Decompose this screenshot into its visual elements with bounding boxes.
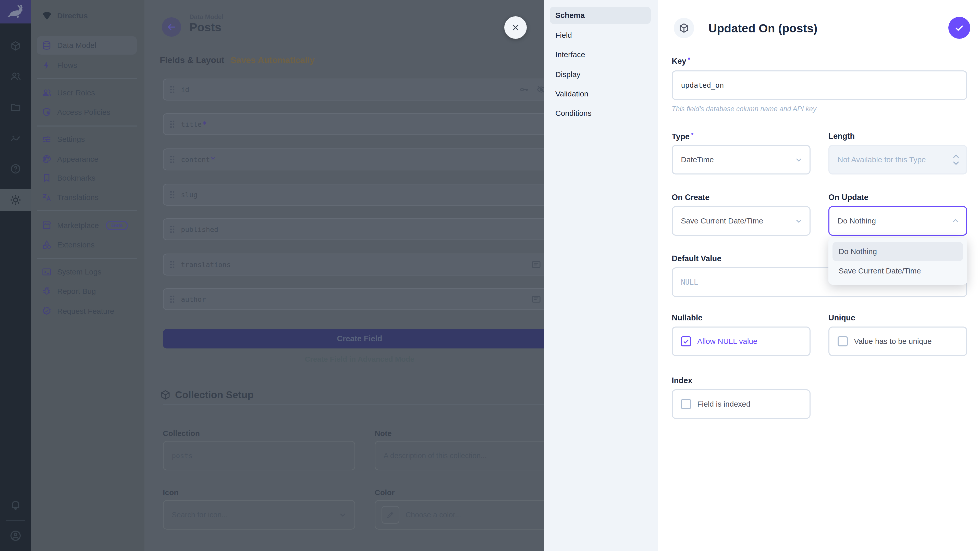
drag-handle-icon[interactable] <box>170 260 175 268</box>
drag-handle-icon[interactable] <box>170 225 175 233</box>
key-input[interactable] <box>672 70 967 100</box>
sidebar-item-access-policies[interactable]: Access Policies <box>31 103 145 122</box>
on-create-value: Save Current Date/Time <box>681 217 763 225</box>
directus-logo[interactable] <box>0 0 31 24</box>
unique-checkbox-label: Value has to be unique <box>854 337 932 346</box>
user-roles-icon <box>42 88 52 98</box>
sidebar-item-label: Access Policies <box>57 108 110 117</box>
field-row-id[interactable]: id <box>163 79 556 100</box>
check-icon <box>954 22 965 33</box>
menu-item-save-current-datetime[interactable]: Save Current Date/Time <box>832 261 963 281</box>
sidebar-item-data-model[interactable]: Data Model <box>31 36 145 55</box>
tab-label: Schema <box>555 11 585 20</box>
sidebar-item-label: User Roles <box>57 89 95 97</box>
module-help[interactable] <box>0 158 31 180</box>
close-drawer-button[interactable] <box>504 16 527 39</box>
close-icon <box>511 22 520 33</box>
sidebar-item-user-roles[interactable]: User Roles <box>31 83 145 103</box>
sidebar-item-request-feature[interactable]: Request Feature <box>31 302 145 321</box>
drag-handle-icon[interactable] <box>170 295 175 303</box>
checkbox-unchecked-icon[interactable] <box>838 336 848 346</box>
note-input[interactable]: A description of this collection... <box>375 441 556 470</box>
tab-field[interactable]: Field <box>550 27 651 44</box>
color-picker-icon[interactable] <box>382 506 399 524</box>
icon-label: Icon <box>163 488 179 497</box>
field-name: id <box>181 86 189 94</box>
sidebar-item-marketplace[interactable]: Marketplace Beta <box>31 216 145 235</box>
notifications-button[interactable] <box>0 494 31 516</box>
field-name: slug <box>181 191 197 199</box>
tab-interface[interactable]: Interface <box>550 46 651 63</box>
field-row-title[interactable]: title* <box>163 113 556 135</box>
field-row-translations[interactable]: translations <box>163 254 556 275</box>
sidebar-item-extensions[interactable]: Extensions <box>31 235 145 254</box>
color-input[interactable]: Choose a color... <box>375 500 556 530</box>
drag-handle-icon[interactable] <box>170 86 175 94</box>
sidebar-item-flows[interactable]: Flows <box>31 56 145 75</box>
help-icon <box>10 163 21 175</box>
module-insights[interactable] <box>0 127 31 149</box>
module-files[interactable] <box>0 96 31 118</box>
sidebar-item-system-logs[interactable]: System Logs <box>31 262 145 282</box>
sidebar-item-report-bug[interactable]: Report Bug <box>31 282 145 301</box>
field-row-slug[interactable]: slug <box>163 184 556 206</box>
bolt-icon <box>42 60 52 70</box>
nav-divider <box>37 78 137 79</box>
drawer-header-icon <box>674 18 694 38</box>
field-row-author[interactable]: author <box>163 288 556 310</box>
project-header[interactable]: Directus <box>31 8 145 24</box>
breadcrumb[interactable]: Data Model <box>189 13 223 21</box>
menu-item-do-nothing[interactable]: Do Nothing <box>832 242 963 261</box>
terminal-icon <box>42 267 52 277</box>
rabbit-icon <box>7 5 24 18</box>
drag-handle-icon[interactable] <box>170 191 175 199</box>
beta-badge: Beta <box>106 221 128 230</box>
drag-handle-icon[interactable] <box>170 156 175 164</box>
index-checkbox-row[interactable]: Field is indexed <box>672 389 811 419</box>
icon-select[interactable]: Search for icon... <box>163 500 355 530</box>
module-content[interactable] <box>0 35 31 57</box>
sidebar-item-settings[interactable]: Settings <box>31 130 145 149</box>
autosave-note: Saves Automatically <box>231 55 314 65</box>
chevron-down-icon <box>338 510 347 519</box>
save-button[interactable] <box>948 17 970 39</box>
sidebar-item-translations[interactable]: Translations <box>31 188 145 207</box>
section-divider <box>163 404 556 405</box>
bug-icon <box>42 286 52 296</box>
on-update-value: Do Nothing <box>838 217 876 225</box>
unique-checkbox-row[interactable]: Value has to be unique <box>829 327 967 356</box>
module-settings[interactable] <box>0 189 31 211</box>
stepper-icon <box>952 154 960 166</box>
back-button[interactable] <box>162 17 181 37</box>
tab-label: Validation <box>555 89 589 98</box>
key-label: Key* <box>672 56 690 66</box>
module-users[interactable] <box>0 65 31 88</box>
tab-display[interactable]: Display <box>550 66 651 83</box>
sidebar-item-label: System Logs <box>57 268 101 276</box>
collection-input[interactable]: posts <box>163 441 355 470</box>
required-marker: * <box>691 132 694 138</box>
collection-value: posts <box>172 452 192 460</box>
field-row-published[interactable]: published <box>163 218 556 240</box>
on-update-label: On Update <box>829 193 869 202</box>
sidebar-item-appearance[interactable]: Appearance <box>31 149 145 169</box>
on-create-select[interactable]: Save Current Date/Time <box>672 206 811 236</box>
tab-validation[interactable]: Validation <box>550 85 651 103</box>
type-select[interactable]: DateTime <box>672 145 811 175</box>
tab-conditions[interactable]: Conditions <box>550 105 651 122</box>
drag-handle-icon[interactable] <box>170 120 175 128</box>
on-create-label: On Create <box>672 193 710 202</box>
field-row-content[interactable]: content* <box>163 148 556 170</box>
sidebar-item-bookmarks[interactable]: Bookmarks <box>31 168 145 188</box>
checkbox-checked-icon[interactable] <box>681 336 691 346</box>
advanced-mode-link[interactable]: Create Field in Advanced Mode <box>163 355 556 364</box>
tab-schema[interactable]: Schema <box>550 6 651 24</box>
directus-app: Directus Data Model Flows User Roles Acc… <box>0 0 980 551</box>
module-bar-divider <box>6 520 25 521</box>
account-button[interactable] <box>0 524 31 547</box>
nullable-checkbox-row[interactable]: Allow NULL value <box>672 327 811 356</box>
create-field-button[interactable]: Create Field <box>163 329 556 348</box>
sidebar-item-label: Translations <box>57 193 99 202</box>
checkbox-unchecked-icon[interactable] <box>681 399 691 409</box>
on-update-select[interactable]: Do Nothing <box>829 206 967 236</box>
